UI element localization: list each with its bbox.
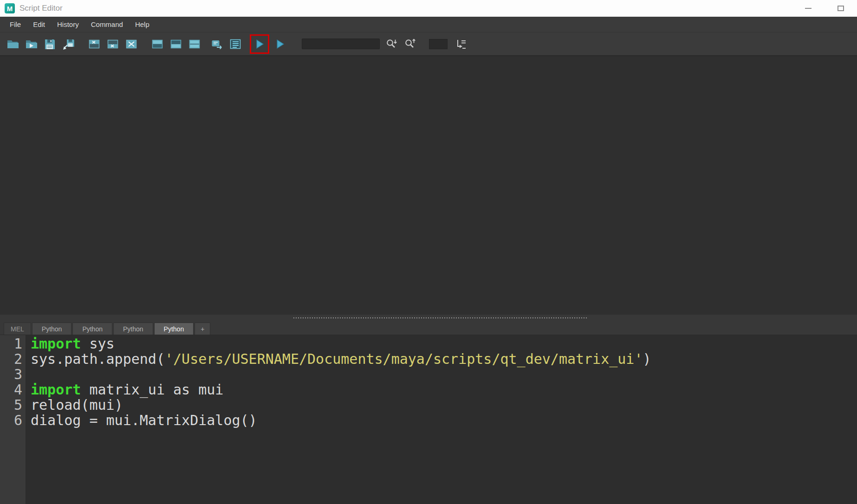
menu-bar: FileEditHistoryCommandHelp: [0, 17, 857, 32]
show-input-only-icon: [169, 38, 182, 51]
execute-button[interactable]: [272, 36, 288, 52]
line-number: 4: [0, 382, 22, 397]
maximize-button[interactable]: [825, 0, 857, 17]
line-number: 6: [0, 413, 22, 428]
code-lines: 1import sys2sys.path.append('/Users/USER…: [0, 335, 857, 428]
code-text: import matrix_ui as mui: [31, 382, 223, 397]
line-number: 2: [0, 351, 22, 367]
tab-python-2[interactable]: Python: [72, 323, 112, 335]
command-completion-button[interactable]: [453, 36, 469, 52]
tab-python-1[interactable]: Python: [32, 323, 72, 335]
source-script-icon: [25, 38, 38, 51]
execute-all-button[interactable]: [252, 36, 267, 52]
clear-history-button[interactable]: [86, 36, 102, 52]
open-script-button[interactable]: [5, 36, 20, 52]
window-controls: [792, 0, 857, 17]
source-script-button[interactable]: [23, 36, 39, 52]
splitter-handle[interactable]: [0, 315, 857, 321]
script-editor-window: M Script Editor FileEditHistoryCommandHe…: [0, 0, 857, 504]
code-text: reload(mui): [31, 397, 123, 413]
show-history-only-icon: [151, 38, 164, 51]
show-line-numbers-button[interactable]: [227, 36, 243, 52]
history-panel[interactable]: [0, 56, 857, 315]
echo-all-commands-icon: [210, 38, 223, 51]
code-line: 2sys.path.append('/Users/USERNAME/Docume…: [0, 351, 857, 367]
code-line: 3: [0, 367, 857, 382]
menu-item-help[interactable]: Help: [129, 17, 156, 32]
window-title: Script Editor: [19, 4, 63, 13]
execute-icon: [273, 38, 286, 51]
clear-history-icon: [88, 38, 101, 51]
command-completion-icon: [454, 38, 467, 51]
code-line: 5reload(mui): [0, 397, 857, 413]
show-both-panels-button[interactable]: [187, 36, 202, 52]
minimize-icon: [805, 8, 812, 9]
show-history-only-button[interactable]: [149, 36, 165, 52]
search-up-icon: [403, 38, 416, 51]
menu-item-edit[interactable]: Edit: [27, 17, 51, 32]
code-line: 6dialog = mui.MatrixDialog(): [0, 413, 857, 428]
save-to-shelf-button[interactable]: [60, 36, 76, 52]
code-line: 4import matrix_ui as mui: [0, 382, 857, 397]
open-script-icon: [6, 38, 19, 51]
search-input[interactable]: [302, 39, 380, 49]
save-script-button[interactable]: [42, 36, 58, 52]
code-editor[interactable]: 1import sys2sys.path.append('/Users/USER…: [0, 335, 857, 504]
save-to-shelf-icon: [62, 38, 75, 51]
tab-add[interactable]: +: [195, 323, 210, 335]
search-up-button[interactable]: [402, 36, 418, 52]
clear-all-button[interactable]: [123, 36, 139, 52]
clear-input-icon: [106, 38, 119, 51]
tab-mel-0[interactable]: MEL: [4, 323, 31, 335]
code-text: sys.path.append('/Users/USERNAME/Documen…: [31, 351, 651, 367]
line-number: 3: [0, 367, 22, 382]
show-input-only-button[interactable]: [168, 36, 184, 52]
echo-all-commands-button[interactable]: [209, 36, 225, 52]
search-down-icon: [385, 38, 398, 51]
toolbar: [0, 32, 857, 56]
tab-bar: MELPythonPythonPythonPython+: [0, 321, 857, 335]
show-line-numbers-icon: [229, 38, 242, 51]
tab-python-4[interactable]: Python: [154, 323, 194, 335]
line-number: 5: [0, 397, 22, 413]
tab-python-3[interactable]: Python: [113, 323, 153, 335]
save-script-icon: [43, 38, 56, 51]
quick-help-field[interactable]: [429, 39, 448, 49]
code-line: 1import sys: [0, 336, 857, 351]
code-text: dialog = mui.MatrixDialog(): [31, 413, 257, 428]
maya-app-icon: M: [5, 3, 15, 13]
maximize-icon: [838, 6, 844, 11]
clear-input-button[interactable]: [105, 36, 121, 52]
line-number: 1: [0, 336, 22, 351]
splitter-dots: [293, 317, 587, 318]
clear-all-icon: [125, 38, 138, 51]
menu-item-history[interactable]: History: [51, 17, 85, 32]
execute-all-highlight: [250, 34, 269, 54]
minimize-button[interactable]: [792, 0, 825, 17]
code-text: import sys: [31, 336, 115, 351]
show-both-panels-icon: [188, 38, 201, 51]
menu-item-file[interactable]: File: [4, 17, 27, 32]
title-bar: M Script Editor: [0, 0, 857, 17]
search-down-button[interactable]: [383, 36, 399, 52]
execute-all-icon: [253, 38, 266, 51]
menu-item-command[interactable]: Command: [85, 17, 129, 32]
